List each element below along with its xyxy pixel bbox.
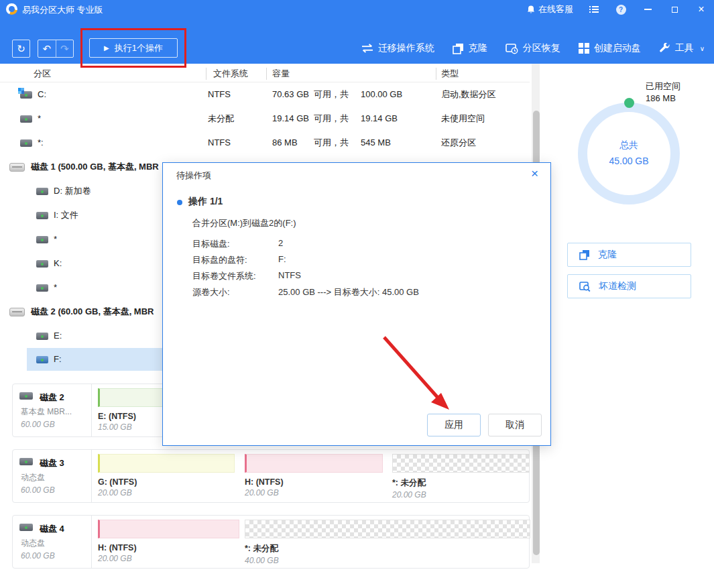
minimize-icon: [644, 9, 652, 10]
wrench-icon: [659, 43, 670, 54]
surface-test-icon: [579, 281, 591, 292]
partition-icon: [20, 139, 32, 147]
annotation-arrow: [372, 332, 459, 416]
field-value: 2: [278, 238, 283, 248]
annotation-red-box: [80, 28, 186, 68]
table-row[interactable]: *: NTFS 86 MB 可用，共 545 MB 还原分区: [0, 131, 530, 155]
used-space-dot: [624, 98, 634, 108]
titlebar: 易我分区大师 专业版 在线客服 ? ×: [0, 0, 714, 19]
field-label: 目标磁盘:: [192, 238, 230, 250]
disk-icon: [19, 392, 33, 400]
undo-button[interactable]: ↶: [38, 40, 56, 57]
partition-icon: [36, 284, 48, 292]
field-value: NTFS: [278, 270, 301, 280]
clone-button[interactable]: 克隆: [453, 42, 487, 54]
partition-bar[interactable]: [98, 454, 235, 473]
partition-block[interactable]: *: 未分配 20.00 GB: [392, 454, 530, 499]
field-label: 目标卷文件系统:: [192, 270, 256, 282]
migrate-os-button[interactable]: 迁移操作系统: [361, 42, 434, 54]
chevron-down-icon: ∨: [700, 45, 705, 52]
app-logo-icon: [6, 3, 17, 15]
maximize-button[interactable]: [668, 3, 680, 15]
partition-block[interactable]: *: 未分配 40.00 GB: [245, 520, 530, 565]
used-space-label: 已用空间: [646, 80, 680, 93]
col-filesystem: 文件系统: [213, 68, 248, 80]
maximize-icon: [672, 7, 678, 13]
apply-button[interactable]: 应用: [427, 414, 481, 436]
partition-icon: [36, 260, 48, 268]
migrate-os-icon: [361, 44, 373, 53]
field-label: 源卷大小:: [192, 286, 230, 298]
field-value: F:: [278, 254, 286, 264]
field-label: 目标盘的盘符:: [192, 254, 247, 266]
create-boot-disk-button[interactable]: 创建启动盘: [579, 42, 641, 54]
disk-card-3: 磁盘 3 动态盘 60.00 GB G: (NTFS) 20.00 GB H: …: [12, 449, 530, 503]
tools-button[interactable]: 工具 ∨: [659, 42, 705, 54]
app-window: 易我分区大师 专业版 在线客服 ? × ↻ ↶ ↷ ▶ 执行1个操作: [0, 0, 714, 588]
col-capacity: 容量: [272, 68, 290, 80]
partition-icon: [36, 333, 48, 340]
partition-bar-unallocated[interactable]: [245, 520, 530, 538]
dialog-title: 待操作项: [176, 170, 211, 182]
surface-test-button[interactable]: 坏道检测: [567, 274, 691, 298]
col-partition: 分区: [34, 68, 51, 80]
menu-icon[interactable]: [588, 3, 600, 15]
clone-icon: [453, 43, 464, 54]
donut-center-text: 总共 45.00 GB: [578, 139, 680, 166]
bell-icon: [527, 5, 535, 14]
disk-icon: [19, 524, 33, 531]
table-row[interactable]: * 未分配 19.14 GB 可用，共 19.14 GB 未使用空间: [0, 107, 530, 131]
clone-panel-button[interactable]: 克隆: [567, 243, 691, 267]
online-support-button[interactable]: 在线客服: [527, 3, 573, 15]
table-header: 分区 文件系统 容量 类型: [0, 64, 530, 82]
used-space-value: 186 MB: [646, 93, 676, 103]
partition-block[interactable]: G: (NTFS) 20.00 GB: [98, 454, 235, 497]
partition-bar[interactable]: [245, 454, 383, 473]
table-row[interactable]: C: NTFS 70.63 GB 可用，共 100.00 GB 启动,数据分区: [0, 82, 530, 107]
help-button[interactable]: ?: [615, 3, 627, 15]
disk-icon: [19, 458, 33, 465]
partition-icon: [20, 115, 32, 123]
partition-recovery-button[interactable]: 分区恢复: [505, 42, 560, 54]
refresh-button[interactable]: ↻: [12, 40, 30, 58]
partition-recovery-icon: [505, 43, 518, 54]
cancel-button[interactable]: 取消: [488, 414, 542, 436]
dialog-close-icon[interactable]: ×: [531, 167, 538, 180]
partition-block[interactable]: H: (NTFS) 20.00 GB: [98, 520, 239, 563]
redo-button[interactable]: ↷: [56, 40, 73, 57]
partition-bar[interactable]: [98, 520, 239, 538]
disk-card-info: 磁盘 4 动态盘 60.00 GB: [13, 516, 92, 568]
disk-icon: [9, 308, 25, 316]
app-title: 易我分区大师 专业版: [22, 4, 103, 16]
partition-icon: [36, 356, 48, 363]
help-icon: ?: [616, 5, 626, 15]
undo-redo-group: ↶ ↷: [38, 40, 74, 58]
pending-operations-dialog: 待操作项 × 操作 1/1 合并分区(M:)到磁盘2的(F:) 目标磁盘: 2 …: [162, 162, 551, 446]
boot-disk-icon: [579, 43, 589, 54]
detail-panel: 已用空间 186 MB 总共 45.00 GB 克隆 坏道检测: [540, 64, 714, 588]
close-button[interactable]: ×: [695, 3, 707, 15]
partition-icon: [36, 188, 48, 195]
disk-card-4: 磁盘 4 动态盘 60.00 GB H: (NTFS) 20.00 GB *: …: [12, 515, 530, 569]
disk-card-info: 磁盘 2 基本盘 MBR... 60.00 GB: [13, 384, 92, 436]
online-support-label: 在线客服: [538, 3, 573, 15]
partition-block[interactable]: H: (NTFS) 20.00 GB: [245, 454, 383, 497]
field-value: 25.00 GB ---> 目标卷大小: 45.00 GB: [278, 286, 419, 298]
disk-card-info: 磁盘 3 动态盘 60.00 GB: [13, 450, 92, 502]
clone-icon: [579, 249, 590, 260]
partition-icon: [36, 212, 48, 219]
system-partition-icon: [20, 91, 32, 99]
operation-title: 操作 1/1: [188, 196, 223, 208]
operation-bullet: [177, 200, 182, 205]
col-type: 类型: [441, 68, 459, 80]
disk-icon: [9, 163, 25, 172]
partition-icon: [36, 236, 48, 243]
operation-description: 合并分区(M:)到磁盘2的(F:): [192, 217, 296, 229]
partition-bar-unallocated[interactable]: [392, 454, 530, 473]
minimize-button[interactable]: [642, 3, 654, 15]
refresh-icon: ↻: [17, 43, 25, 55]
